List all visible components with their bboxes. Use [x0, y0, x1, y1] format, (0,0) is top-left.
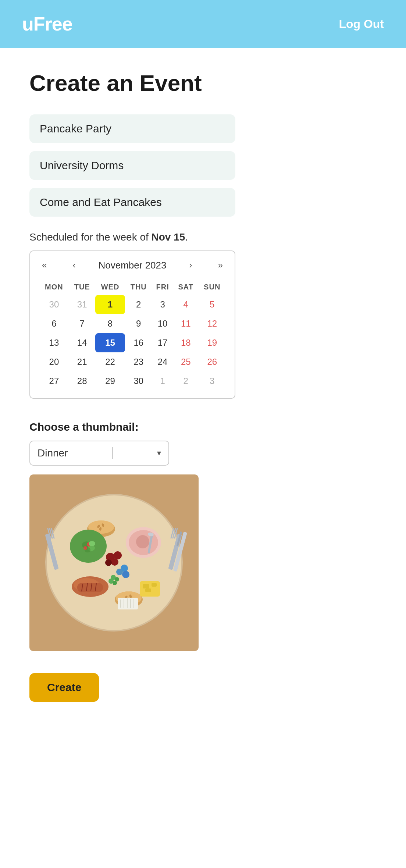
create-button[interactable]: Create [29, 673, 99, 702]
svg-point-35 [114, 551, 122, 559]
calendar-day-header: MON [39, 279, 69, 295]
calendar-day-cell[interactable]: 7 [69, 314, 95, 333]
calendar-nav: « ‹ November 2023 › » [39, 259, 226, 272]
calendar-day-cell[interactable]: 30 [125, 371, 152, 391]
thumbnail-selected-value: Dinner [38, 447, 68, 459]
schedule-week: Nov 15 [152, 231, 185, 243]
calendar-day-cell[interactable]: 24 [152, 352, 173, 371]
calendar-day-cell[interactable]: 20 [39, 352, 69, 371]
calendar-day-cell[interactable]: 22 [95, 352, 125, 371]
next-button[interactable]: › [186, 259, 195, 272]
prev-button[interactable]: ‹ [70, 259, 78, 272]
calendar-day-cell[interactable]: 29 [95, 371, 125, 391]
calendar-day-cell[interactable]: 28 [69, 371, 95, 391]
svg-point-37 [105, 559, 112, 566]
schedule-suffix: . [185, 231, 188, 243]
svg-rect-43 [152, 583, 157, 587]
calendar-day-cell[interactable]: 1 [95, 295, 125, 314]
svg-rect-44 [145, 588, 151, 592]
calendar-day-header: SUN [198, 279, 226, 295]
calendar-day-cell[interactable]: 26 [198, 352, 226, 371]
calendar-day-header: THU [125, 279, 152, 295]
svg-rect-47 [77, 583, 103, 592]
svg-point-40 [122, 571, 129, 578]
calendar-table: MONTUEWEDTHUFRISATSUN 303112345678910111… [39, 279, 226, 391]
calendar-day-cell[interactable]: 12 [198, 314, 226, 333]
thumbnail-preview [29, 474, 199, 651]
calendar-day-cell[interactable]: 14 [69, 333, 95, 352]
page-title: Create an Event [29, 70, 377, 96]
calendar-day-header: TUE [69, 279, 95, 295]
svg-point-31 [136, 535, 149, 548]
calendar-day-cell[interactable]: 5 [198, 295, 226, 314]
calendar-day-cell[interactable]: 8 [95, 314, 125, 333]
calendar: « ‹ November 2023 › » MONTUEWEDTHUFRISAT… [29, 250, 235, 399]
calendar-day-cell[interactable]: 17 [152, 333, 173, 352]
calendar-day-cell[interactable]: 18 [173, 333, 198, 352]
calendar-day-cell[interactable]: 11 [173, 314, 198, 333]
calendar-day-cell[interactable]: 9 [125, 314, 152, 333]
calendar-day-cell[interactable]: 19 [198, 333, 226, 352]
svg-point-55 [113, 581, 117, 585]
app-header: uFree Log Out [0, 0, 406, 48]
calendar-week-row: 20212223242526 [39, 352, 226, 371]
calendar-week-row: 13141516171819 [39, 333, 226, 352]
calendar-week-row: 303112345 [39, 295, 226, 314]
description-input[interactable] [29, 188, 235, 217]
calendar-day-header: FRI [152, 279, 173, 295]
schedule-prefix: Scheduled for the week of [29, 231, 152, 243]
app-logo: uFree [22, 13, 72, 35]
svg-rect-42 [143, 584, 149, 588]
calendar-day-cell[interactable]: 25 [173, 352, 198, 371]
calendar-day-cell[interactable]: 21 [69, 352, 95, 371]
next-next-button[interactable]: » [215, 259, 226, 272]
calendar-day-cell[interactable]: 2 [125, 295, 152, 314]
calendar-day-cell[interactable]: 3 [152, 295, 173, 314]
event-name-input[interactable] [29, 114, 235, 143]
calendar-day-cell[interactable]: 1 [152, 371, 173, 391]
svg-point-28 [89, 541, 95, 546]
calendar-day-cell[interactable]: 16 [125, 333, 152, 352]
calendar-day-cell[interactable]: 15 [95, 333, 125, 352]
svg-point-53 [115, 577, 119, 581]
calendar-day-cell[interactable]: 30 [39, 295, 69, 314]
svg-point-36 [111, 558, 118, 566]
calendar-day-cell[interactable]: 3 [198, 371, 226, 391]
location-input[interactable] [29, 151, 235, 180]
schedule-text: Scheduled for the week of Nov 15. [29, 231, 377, 243]
svg-point-27 [83, 546, 87, 550]
calendar-body: 3031123456789101112131415161718192021222… [39, 295, 226, 391]
calendar-day-cell[interactable]: 4 [173, 295, 198, 314]
calendar-day-cell[interactable]: 2 [173, 371, 198, 391]
calendar-week-row: 27282930123 [39, 371, 226, 391]
thumbnail-select[interactable]: Dinner ▾ [29, 441, 169, 466]
logout-button[interactable]: Log Out [339, 17, 384, 31]
calendar-day-cell[interactable]: 10 [152, 314, 173, 333]
calendar-header-row: MONTUEWEDTHUFRISATSUN [39, 279, 226, 295]
calendar-day-cell[interactable]: 23 [125, 352, 152, 371]
main-content: Create an Event Scheduled for the week o… [0, 48, 406, 724]
calendar-day-cell[interactable]: 31 [69, 295, 95, 314]
select-divider [112, 447, 113, 459]
prev-prev-button[interactable]: « [39, 259, 50, 272]
svg-point-39 [116, 569, 123, 575]
thumbnail-section-label: Choose a thumbnail: [29, 421, 377, 433]
calendar-day-cell[interactable]: 27 [39, 371, 69, 391]
chevron-down-icon: ▾ [157, 448, 161, 458]
calendar-day-cell[interactable]: 13 [39, 333, 69, 352]
calendar-day-header: WED [95, 279, 125, 295]
calendar-day-header: SAT [173, 279, 198, 295]
calendar-month-year: November 2023 [98, 260, 166, 271]
calendar-day-cell[interactable]: 6 [39, 314, 69, 333]
calendar-week-row: 6789101112 [39, 314, 226, 333]
